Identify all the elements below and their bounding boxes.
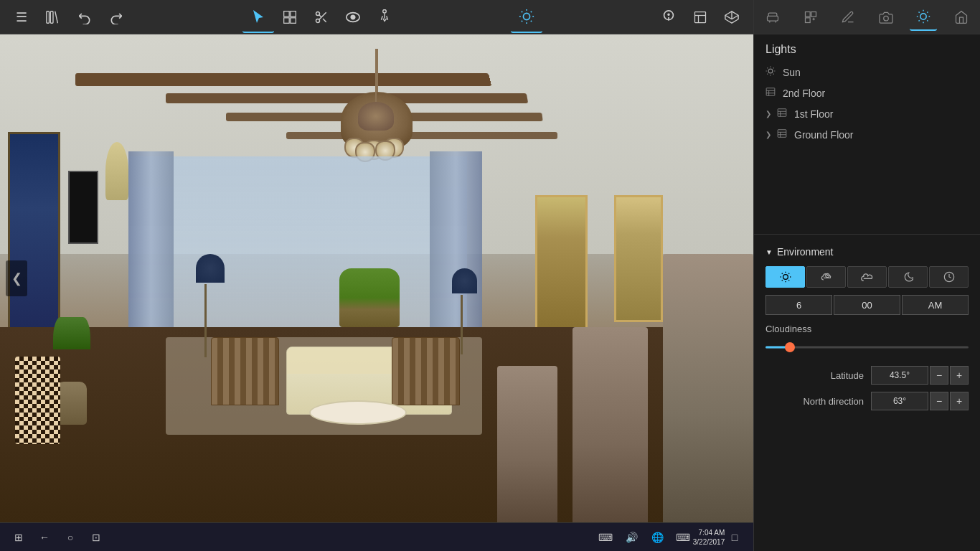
svg-line-19 [531, 11, 532, 11]
north-direction-input[interactable] [871, 392, 928, 410]
svg-rect-59 [778, 130, 786, 138]
panel-content: Lights Sun [754, 34, 980, 551]
floor-light-icon-1st [777, 108, 787, 120]
light-item-ground-floor[interactable]: ❯ Ground Floor [754, 124, 980, 145]
latitude-row: Latitude − + [765, 366, 969, 385]
light-item-1st-floor[interactable]: ❯ 1st Floor [754, 103, 980, 124]
painting-right-2 [614, 195, 663, 322]
sun-tool-button[interactable] [511, 1, 542, 33]
svg-line-40 [919, 20, 920, 21]
expand-arrow-1st-floor[interactable]: ❯ [765, 110, 771, 118]
time-period[interactable]: AM [902, 295, 969, 315]
environment-title[interactable]: ▼ Environment [765, 246, 969, 258]
cloudiness-slider[interactable] [765, 340, 969, 354]
svg-rect-0 [47, 11, 50, 23]
cortana-button[interactable]: ○ [57, 524, 83, 550]
latitude-minus-button[interactable]: − [930, 366, 948, 385]
svg-line-46 [773, 74, 774, 75]
ceiling-beam-1 [75, 74, 491, 87]
svg-point-33 [920, 13, 926, 19]
svg-point-11 [523, 13, 529, 19]
latitude-input[interactable] [871, 366, 928, 385]
tod-custom-time-button[interactable] [929, 266, 969, 288]
tod-partly-cloudy-button[interactable] [806, 266, 846, 288]
pendant-lamp-2 [354, 73, 397, 131]
clock-date: 3/22/2017 [693, 537, 725, 547]
time-row: 6 00 AM [765, 295, 969, 315]
eye-button[interactable] [337, 1, 369, 33]
svg-rect-51 [766, 88, 775, 96]
3d-cube-button[interactable] [716, 1, 748, 33]
light-panel-button[interactable] [910, 4, 937, 31]
slider-track [765, 347, 969, 349]
redo-button[interactable] [100, 1, 132, 33]
north-direction-minus-button[interactable]: − [930, 392, 948, 410]
plant-pot-checkered [15, 357, 60, 444]
north-direction-plus-button[interactable]: + [950, 392, 969, 410]
painting-right-1 [535, 195, 588, 331]
time-minute[interactable]: 00 [834, 295, 900, 315]
time-hour[interactable]: 6 [765, 295, 832, 315]
windows-start-button[interactable]: ⊞ [6, 524, 32, 550]
svg-line-18 [522, 20, 522, 21]
tod-clear-button[interactable] [765, 266, 805, 288]
svg-rect-29 [805, 11, 810, 17]
tod-night-button[interactable] [888, 266, 928, 288]
svg-point-7 [316, 19, 320, 22]
coffee-table [309, 400, 407, 425]
back-button[interactable]: ← [32, 524, 57, 550]
layout-button[interactable] [684, 1, 716, 33]
3d-viewport[interactable]: ❮ [0, 34, 753, 522]
input-method-icon[interactable]: ⌨ [670, 524, 696, 550]
svg-point-32 [883, 16, 888, 21]
select-tool-button[interactable] [242, 1, 274, 33]
svg-line-36 [919, 11, 920, 12]
task-view-button[interactable]: ⊡ [83, 524, 109, 550]
clock-time: 7:04 AM [693, 528, 725, 537]
paint-panel-button[interactable] [834, 4, 862, 31]
network-icon[interactable]: 🌐 [644, 524, 670, 550]
undo-button[interactable] [69, 1, 100, 33]
light-item-sun[interactable]: Sun [754, 62, 980, 83]
ground-floor-light-label: Ground Floor [794, 129, 853, 141]
latitude-plus-button[interactable]: + [950, 366, 969, 385]
north-direction-label: North direction [765, 396, 871, 407]
dining-chair-mid [573, 327, 648, 522]
furniture-panel-button[interactable] [759, 4, 786, 31]
wall-lamp [105, 142, 128, 201]
svg-point-42 [768, 69, 773, 73]
volume-icon[interactable]: 🔊 [618, 524, 644, 550]
scissors-button[interactable] [306, 1, 337, 33]
camera-panel-button[interactable] [872, 4, 900, 31]
library-button[interactable] [37, 1, 69, 33]
notifications-icon[interactable]: □ [722, 524, 748, 550]
walk-button[interactable] [369, 1, 400, 33]
svg-rect-4 [284, 17, 290, 23]
svg-line-49 [767, 74, 768, 75]
house-panel-button[interactable] [948, 4, 975, 31]
taskbar: ⊞ ← ○ ⊡ ⌨ 🔊 🌐 ⌨ 7:04 AM 3/22/2017 □ [0, 522, 753, 551]
environment-section: ▼ Environment [754, 237, 980, 426]
arrange-button[interactable] [274, 1, 306, 33]
svg-point-22 [668, 14, 669, 15]
1st-floor-light-label: 1st Floor [794, 108, 833, 120]
tod-cloudy-button[interactable] [847, 266, 887, 288]
keyboard-icon[interactable]: ⌨ [593, 524, 618, 550]
svg-rect-1 [50, 11, 53, 23]
dining-chair-near [497, 366, 557, 522]
hamburger-menu-button[interactable]: ☰ [6, 1, 37, 33]
slider-thumb[interactable] [785, 342, 795, 352]
viewport-nav-left[interactable]: ❮ [6, 260, 27, 296]
light-item-2nd-floor[interactable]: 2nd Floor [754, 83, 980, 103]
svg-line-70 [781, 280, 782, 281]
ceiling-beam-4 [286, 132, 557, 139]
panel-toolbar [754, 0, 980, 34]
svg-point-10 [383, 9, 387, 13]
expand-arrow-ground-floor[interactable]: ❯ [765, 131, 771, 138]
build-panel-button[interactable] [797, 4, 824, 31]
info-button[interactable] [653, 1, 684, 33]
cloudiness-label: Cloudiness [765, 324, 969, 334]
north-direction-row: North direction − + [765, 392, 969, 410]
svg-point-6 [316, 11, 320, 15]
floor-light-icon-ground [777, 128, 787, 141]
